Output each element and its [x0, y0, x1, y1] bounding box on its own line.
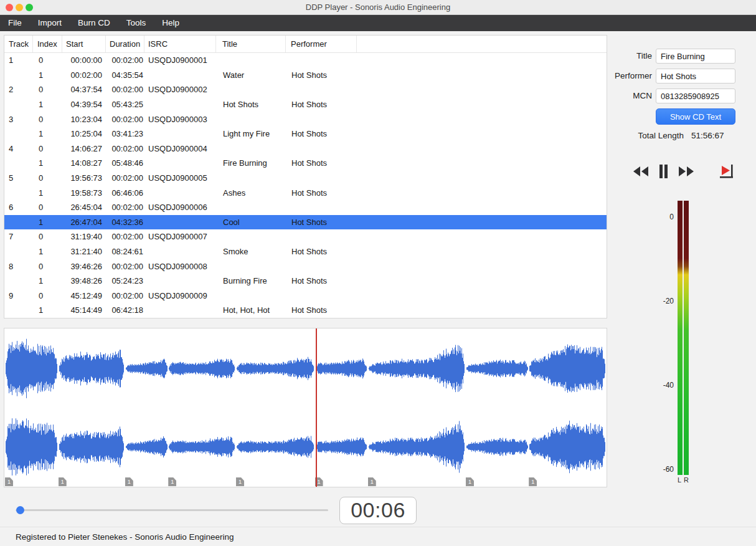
menu-burn-cd[interactable]: Burn CD: [70, 15, 118, 31]
cell-index: 1: [33, 218, 62, 227]
title-input[interactable]: [656, 49, 735, 64]
col-performer[interactable]: Performer: [286, 36, 357, 52]
cell-duration: 05:48:46: [106, 158, 144, 168]
play-to-marker-button[interactable]: [719, 164, 735, 179]
col-title[interactable]: Title: [216, 36, 286, 52]
cell-title: Smoke: [216, 247, 286, 256]
cell-isrc: USQDJ0900001: [144, 55, 216, 65]
cell-isrc: USQDJ0900006: [144, 203, 216, 212]
cell-isrc: USQDJ0900009: [144, 291, 216, 300]
seek-slider-track[interactable]: [16, 509, 328, 511]
cell-duration: 04:35:54: [106, 70, 144, 80]
cell-index: 1: [33, 276, 62, 285]
cell-duration: 03:41:23: [106, 129, 144, 138]
play-to-marker-icon: [719, 164, 735, 179]
total-length-value: 51:56:67: [691, 131, 724, 140]
meter-scale-40: -40: [653, 380, 674, 390]
fast-forward-icon: [678, 166, 694, 177]
table-row[interactable]: 5019:56:7300:02:00USQDJ0900005: [4, 171, 607, 186]
status-divider: [0, 527, 756, 527]
cell-start: 00:02:00: [62, 70, 106, 80]
table-row[interactable]: 8039:46:2600:02:00USQDJ0900008: [4, 259, 607, 274]
seek-slider-thumb[interactable]: [16, 506, 24, 514]
mcn-input[interactable]: [656, 89, 735, 103]
cell-title: Cool: [216, 218, 286, 227]
col-index[interactable]: Index: [33, 36, 62, 52]
cell-isrc: USQDJ0900005: [144, 173, 216, 183]
table-row[interactable]: 2004:37:5400:02:00USQDJ0900002: [4, 82, 607, 97]
close-button[interactable]: [6, 4, 13, 11]
track-table: Track Index Start Duration ISRC Title Pe…: [4, 35, 607, 318]
playback-cursor[interactable]: [316, 328, 317, 487]
cell-duration: 00:02:00: [106, 291, 144, 300]
cell-index: 1: [33, 100, 62, 109]
cell-performer: Hot Shots: [286, 218, 357, 227]
table-row[interactable]: 126:47:0404:32:36CoolHot Shots: [4, 215, 607, 230]
table-row[interactable]: 4014:06:2700:02:00USQDJ0900004: [4, 141, 607, 156]
cell-start: 19:58:73: [62, 188, 106, 198]
cell-duration: 06:46:06: [106, 188, 144, 198]
cell-duration: 00:02:00: [106, 203, 144, 212]
cell-index: 0: [33, 173, 62, 183]
cell-index: 0: [33, 144, 62, 153]
menu-tools[interactable]: Tools: [118, 15, 154, 31]
cell-start: 00:00:00: [62, 55, 106, 65]
performer-label: Performer: [585, 69, 652, 84]
table-row[interactable]: 139:48:2605:24:23Burning FireHot Shots: [4, 274, 607, 289]
pause-button[interactable]: [659, 165, 668, 178]
col-track[interactable]: Track: [4, 36, 33, 52]
menu-file[interactable]: File: [0, 15, 30, 31]
cell-duration: 00:02:00: [106, 232, 144, 241]
title-label: Title: [585, 49, 652, 64]
col-isrc[interactable]: ISRC: [144, 36, 216, 52]
cell-start: 10:23:04: [62, 115, 106, 124]
cell-index: 0: [33, 203, 62, 212]
time-display: 00:06: [339, 497, 417, 524]
cell-index: 0: [33, 55, 62, 65]
table-row[interactable]: 6026:45:0400:02:00USQDJ0900006: [4, 200, 607, 215]
cell-start: 14:08:27: [62, 158, 106, 168]
table-row[interactable]: 131:21:4008:24:61SmokeHot Shots: [4, 244, 607, 259]
level-meter-left: [678, 201, 683, 475]
performer-input[interactable]: [656, 69, 735, 84]
cell-duration: 06:42:18: [106, 305, 144, 315]
show-cd-text-button[interactable]: Show CD Text: [656, 108, 735, 125]
rewind-button[interactable]: [633, 166, 649, 177]
cell-index: 0: [33, 115, 62, 124]
cell-start: 19:56:73: [62, 173, 106, 183]
window-title: DDP Player - Sonoris Audio Engineering: [0, 0, 756, 14]
table-row[interactable]: 3010:23:0400:02:00USQDJ0900003: [4, 112, 607, 127]
table-row[interactable]: 145:14:4906:42:18Hot, Hot, HotHot Shots: [4, 303, 607, 318]
table-row[interactable]: 104:39:5405:43:25Hot ShotsHot Shots: [4, 97, 607, 112]
col-filler: [357, 36, 607, 52]
waveform-panel[interactable]: 111111111: [4, 328, 607, 487]
cell-duration: 08:24:61: [106, 247, 144, 256]
cell-start: 14:06:27: [62, 144, 106, 153]
cell-index: 1: [33, 158, 62, 168]
zoom-button[interactable]: [26, 4, 33, 11]
menu-import[interactable]: Import: [30, 15, 70, 31]
cell-performer: Hot Shots: [286, 129, 357, 138]
table-row[interactable]: 119:58:7306:46:06AshesHot Shots: [4, 185, 607, 200]
cell-start: 26:47:04: [62, 218, 106, 227]
col-duration[interactable]: Duration: [106, 36, 144, 52]
cell-track: 4: [4, 144, 33, 153]
cell-performer: Hot Shots: [286, 305, 357, 315]
menu-help[interactable]: Help: [154, 15, 187, 31]
cell-performer: Hot Shots: [286, 188, 357, 198]
cell-start: 31:21:40: [62, 247, 106, 256]
table-row[interactable]: 7031:19:4000:02:00USQDJ0900007: [4, 229, 607, 244]
minimize-button[interactable]: [16, 4, 23, 11]
col-start[interactable]: Start: [62, 36, 106, 52]
waveform-canvas[interactable]: [4, 328, 607, 487]
table-body: 1000:00:0000:02:00USQDJ0900001100:02:000…: [4, 53, 607, 318]
cell-index: 0: [33, 232, 62, 241]
table-row[interactable]: 1000:00:0000:02:00USQDJ0900001: [4, 53, 607, 68]
table-row[interactable]: 114:08:2705:48:46Fire BurningHot Shots: [4, 156, 607, 171]
cell-performer: Hot Shots: [286, 276, 357, 285]
table-row[interactable]: 9045:12:4900:02:00USQDJ0900009: [4, 289, 607, 304]
cell-title: Water: [216, 70, 286, 80]
fast-forward-button[interactable]: [678, 166, 694, 177]
table-row[interactable]: 100:02:0004:35:54WaterHot Shots: [4, 68, 607, 83]
table-row[interactable]: 110:25:0403:41:23Light my FireHot Shots: [4, 127, 607, 141]
